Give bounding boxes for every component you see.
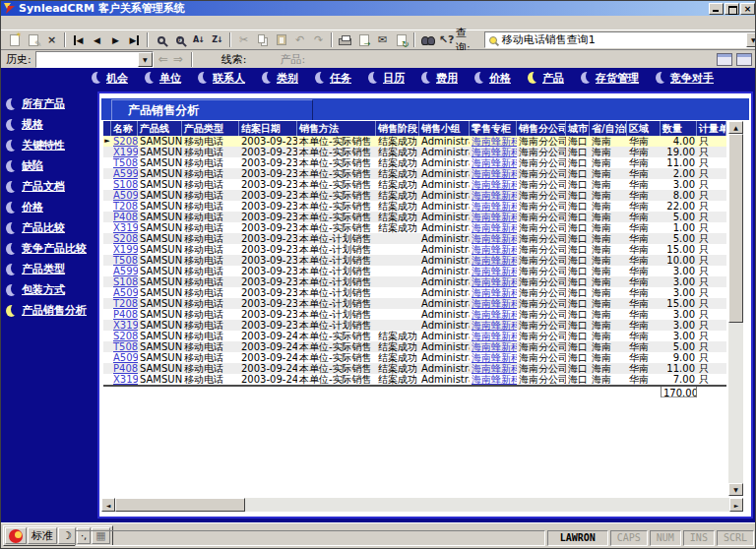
product-link[interactable]: A509 [111,190,138,201]
product-link[interactable]: S208 [111,233,138,244]
ime-logo-icon[interactable] [5,527,27,544]
sidebar-item[interactable]: 缺陷 [6,157,96,174]
product-link[interactable]: X319 [111,320,138,331]
column-header[interactable]: 省/自治区 [590,121,627,136]
copy-icon[interactable] [253,31,272,49]
refresh-icon[interactable] [392,31,410,49]
menu-item[interactable] [95,16,111,30]
counter-link[interactable]: 海南蜂新科 [470,157,517,168]
module-tab[interactable]: 费用 [421,71,458,86]
report-icon[interactable] [717,53,732,66]
search-query-icon[interactable] [170,31,189,49]
table-row[interactable]: T508SAMSUNG移动电话2003-09-23本单位-实际销售结案成功Adm… [103,157,726,168]
counter-link[interactable]: 海南蜂新科 [470,147,517,157]
column-header[interactable]: 销售小组 [419,121,470,136]
counter-link[interactable]: 海南蜂新科 [470,341,517,352]
restore-button[interactable] [724,3,739,15]
column-header[interactable]: 数量 [661,121,697,136]
counter-link[interactable]: 海南蜂新科 [470,179,517,190]
column-header[interactable]: 结案日期 [239,121,297,136]
table-row[interactable]: X319SAMSUNG移动电话2003-09-23本单位-实际销售结案成功Adm… [103,222,726,233]
menu-item[interactable] [111,16,127,30]
product-link[interactable]: P408 [111,212,138,222]
module-tab[interactable]: 存货管理 [581,71,639,86]
sidebar-item[interactable]: 包装方式 [6,281,96,298]
product-link[interactable]: S108 [111,276,138,287]
query-combo[interactable]: 移动电话销售查询1 ▼ [484,31,756,48]
product-link[interactable]: T508 [111,157,138,168]
sort-desc-icon[interactable]: Z↓ [208,31,226,49]
product-link[interactable]: A599 [111,168,138,179]
history-dropdown-button[interactable]: ▼ [138,52,153,67]
product-link[interactable]: P408 [111,363,138,374]
table-row[interactable]: A599SAMSUNG移动电话2003-09-23本单位-实际销售结案成功Adm… [103,168,726,179]
forward-icon[interactable]: ⇒ [173,52,183,66]
table-row[interactable]: X199SAMSUNG移动电话2003-09-23本单位-计划销售Adminis… [103,244,726,255]
nav-next-icon[interactable]: ▶ [106,31,125,49]
column-header[interactable]: 零售专柜 [470,121,517,136]
paste-icon[interactable] [272,31,290,49]
counter-link[interactable]: 海南蜂新科 [470,255,517,266]
horizontal-scrollbar[interactable]: ◄ ► [101,498,743,512]
counter-link[interactable]: 海南蜂新科 [470,374,517,385]
new-record-icon[interactable] [5,31,24,49]
product-link[interactable]: A509 [111,287,138,298]
sidebar-item[interactable]: 所有产品 [6,95,96,112]
table-row[interactable]: P408SAMSUNG移动电话2003-09-23本单位-计划销售Adminis… [103,309,726,320]
column-header[interactable]: 销售方法 [297,121,376,136]
table-row[interactable]: ►S208SAMSUNG移动电话2003-09-23本单位-实际销售结案成功Ad… [103,136,726,147]
table-row[interactable]: T208SAMSUNG移动电话2003-09-23本单位-计划销售Adminis… [103,298,726,309]
help-pointer-icon[interactable]: ↖? [437,31,456,49]
table-row[interactable]: X319SAMSUNG移动电话2003-09-23本单位-计划销售Adminis… [103,320,726,331]
module-tab[interactable]: 任务 [315,71,351,86]
scroll-right-icon[interactable]: ► [729,498,743,512]
table-row[interactable]: T508SAMSUNG移动电话2003-09-24本单位-实际销售结案成功Adm… [103,341,726,352]
table-row[interactable]: P408SAMSUNG移动电话2003-09-23本单位-实际销售结案成功Adm… [103,212,726,222]
nav-first-icon[interactable]: ◀ [69,31,88,49]
module-tab[interactable]: 产品 [528,71,564,86]
counter-link[interactable]: 海南蜂新科 [470,212,517,222]
counter-link[interactable]: 海南蜂新科 [470,331,517,341]
find-icon[interactable] [418,31,437,49]
sidebar-item[interactable]: 价格 [6,199,96,215]
counter-link[interactable]: 海南蜂新科 [470,287,517,298]
module-tab[interactable]: 竞争对手 [656,71,714,86]
product-link[interactable]: T208 [111,201,138,212]
ime-mode-label[interactable]: 标准 [28,527,57,544]
product-link[interactable]: T508 [111,341,138,352]
sidebar-item[interactable]: 竞争产品比较 [6,240,96,257]
sidebar-item[interactable]: 产品销售分析 [6,302,96,319]
product-link[interactable]: A599 [111,266,138,276]
scroll-down-icon[interactable]: ▼ [728,483,743,496]
sidebar-item[interactable]: 产品文档 [6,178,96,195]
product-link[interactable]: S208 [111,136,138,147]
cut-icon[interactable]: ✂ [234,31,253,49]
column-header[interactable]: 区域 [627,121,661,136]
module-tab[interactable]: 类别 [262,71,298,86]
counter-link[interactable]: 海南蜂新科 [470,298,517,309]
column-header[interactable]: 名称 [111,121,138,136]
product-link[interactable]: A509 [111,352,138,363]
counter-link[interactable]: 海南蜂新科 [470,190,517,201]
print-icon[interactable] [336,31,354,49]
product-link[interactable]: X199 [111,147,138,157]
product-link[interactable]: S208 [111,331,138,341]
history-combo[interactable]: ▼ [35,51,154,68]
redo-icon[interactable]: ↷ [309,31,328,49]
menu-item[interactable] [1,16,17,30]
table-row[interactable]: P408SAMSUNG移动电话2003-09-24本单位-实际销售结案成功Adm… [103,363,726,374]
scroll-left-icon[interactable]: ◄ [101,498,115,512]
column-header[interactable]: 产品线 [138,121,182,136]
product-link[interactable]: S108 [111,179,138,190]
delete-icon[interactable]: × [42,31,61,49]
vertical-scrollbar[interactable]: ▲ ▼ [728,121,743,496]
counter-link[interactable]: 海南蜂新科 [470,136,517,147]
product-link[interactable]: X319 [111,222,138,233]
print-preview-icon[interactable] [736,53,752,66]
product-link[interactable]: X199 [111,244,138,255]
counter-link[interactable]: 海南蜂新科 [470,266,517,276]
counter-link[interactable]: 海南蜂新科 [470,201,517,212]
table-row[interactable]: S108SAMSUNG移动电话2003-09-23本单位-实际销售结案成功Adm… [103,179,726,190]
horizontal-scroll-thumb[interactable] [115,498,245,512]
minimize-button[interactable] [709,3,724,15]
